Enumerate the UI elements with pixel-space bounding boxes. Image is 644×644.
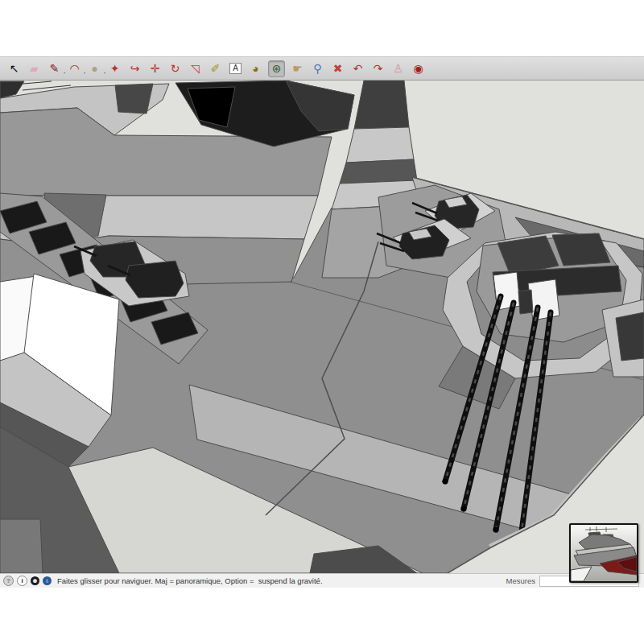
arc-dropdown-indicator[interactable]: ·: [83, 70, 86, 75]
orbit-tool-icon: ⊛: [272, 61, 282, 76]
model-viewport[interactable]: [0, 80, 644, 573]
previous-view-tool-icon: ↶: [353, 61, 363, 76]
zoom-tool-icon: ⚲: [313, 61, 321, 76]
arc-tool-icon: ◠: [69, 61, 79, 76]
move-tool-icon: ✛: [151, 61, 160, 76]
previous-view-tool[interactable]: ↶: [350, 61, 365, 76]
toolbar: ↖▰✎·◠·●·✦↪✛↻◹✐A◕⊛☛⚲✖↶↷♙◉: [0, 56, 644, 80]
follow-me-tool-icon: ↪: [130, 61, 140, 76]
line-dropdown-indicator[interactable]: ·: [63, 70, 66, 75]
toolbar-tools: ↖▰✎·◠·●·✦↪✛↻◹✐A◕⊛☛⚲✖↶↷♙◉: [6, 60, 431, 77]
zoom-tool[interactable]: ⚲: [310, 61, 325, 76]
shapes-dropdown-indicator[interactable]: ·: [103, 70, 106, 75]
sketchup-window: ↖▰✎·◠·●·✦↪✛↻◹✐A◕⊛☛⚲✖↶↷♙◉: [0, 0, 644, 644]
zoom-extents-tool-icon: ✖: [333, 61, 343, 76]
follow-me-tool[interactable]: ↪: [127, 61, 142, 76]
pan-tool-icon: ☛: [292, 61, 303, 76]
select-tool-icon: ↖: [10, 61, 19, 76]
position-camera-tool-icon: ♙: [393, 61, 403, 76]
measures-label: Mesures: [506, 576, 535, 585]
select-tool[interactable]: ↖: [6, 61, 22, 76]
orbit-tool[interactable]: ⊛: [268, 60, 285, 77]
tape-measure-tool-icon: ✐: [211, 61, 221, 76]
line-tool[interactable]: ✎·: [47, 61, 62, 76]
info-icon[interactable]: i: [17, 576, 27, 586]
next-view-tool-icon: ↷: [374, 61, 383, 76]
text-tool-icon: A: [229, 63, 242, 74]
geolocation-icon[interactable]: ♁: [43, 576, 52, 585]
eraser-tool[interactable]: ▰: [27, 61, 42, 76]
push-pull-tool[interactable]: ✦: [107, 61, 122, 76]
text-tool[interactable]: A: [228, 61, 243, 76]
look-around-tool[interactable]: ◉: [411, 61, 426, 76]
paint-bucket-tool[interactable]: ◕: [248, 61, 263, 76]
line-tool-icon: ✎: [50, 61, 60, 76]
shapes-tool[interactable]: ●·: [87, 61, 102, 76]
status-bar: ?i☻♁ Faites glisser pour naviguer. Maj =…: [0, 573, 644, 588]
move-tool[interactable]: ✛: [147, 61, 163, 76]
help-icon[interactable]: ?: [3, 576, 14, 586]
model-canvas[interactable]: [0, 80, 644, 573]
rotate-tool-icon: ↻: [171, 61, 180, 76]
scale-tool[interactable]: ◹: [188, 61, 203, 76]
look-around-tool-icon: ◉: [413, 61, 423, 76]
tape-measure-tool[interactable]: ✐: [208, 61, 223, 76]
push-pull-tool-icon: ✦: [110, 61, 120, 76]
eraser-tool-icon: ▰: [30, 61, 39, 76]
status-message: Faites glisser pour naviguer. Maj = pano…: [57, 576, 323, 585]
statusbar-icons: ?i☻♁: [0, 576, 52, 586]
pan-tool[interactable]: ☛: [290, 61, 305, 76]
position-camera-tool[interactable]: ♙: [390, 61, 406, 76]
shapes-tool-icon: ●: [91, 61, 97, 76]
rotate-tool[interactable]: ↻: [167, 61, 183, 76]
thumbnail-image: [571, 525, 637, 581]
arc-tool[interactable]: ◠·: [67, 61, 82, 76]
zoom-extents-tool[interactable]: ✖: [330, 61, 345, 76]
scale-tool-icon: ◹: [191, 61, 200, 76]
paint-bucket-tool-icon: ◕: [252, 61, 258, 76]
user-icon[interactable]: ☻: [31, 576, 39, 585]
model-photo-thumbnail[interactable]: [569, 523, 638, 583]
next-view-tool[interactable]: ↷: [370, 61, 386, 76]
